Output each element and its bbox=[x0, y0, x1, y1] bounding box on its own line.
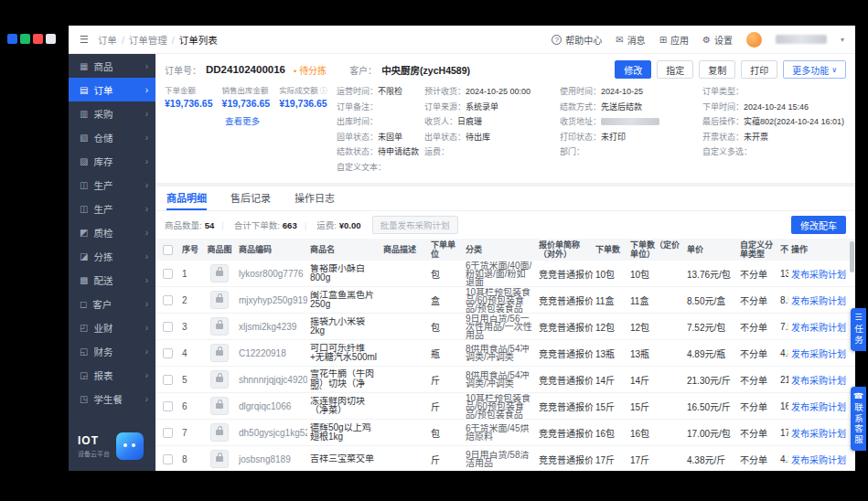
hamburger-icon[interactable]: ☰ bbox=[80, 34, 89, 46]
publish-purchase-plan-link[interactable]: 发布采购计划 bbox=[788, 373, 851, 387]
breadcrumb-separator: / bbox=[172, 35, 175, 46]
chevron-right-icon: › bbox=[145, 85, 148, 95]
order-unit: 包 bbox=[428, 267, 463, 281]
split-type: 不分单 bbox=[737, 400, 777, 413]
product-name: 吉祥三宝菜交单 bbox=[307, 454, 380, 464]
table-row: 7 dh50gysjcg1kg5249 德辉50g以上鸡翅根1kg 包 6干货米… bbox=[155, 420, 855, 446]
table-row: 5 shnnnrjqjqjc4920 雪花牛腩（牛肉期）切块（净菜） 斤 8供用… bbox=[155, 367, 855, 393]
detail-tabs: 商品明细售后记录操作日志 bbox=[155, 187, 855, 211]
more-functions-button[interactable]: 更多功能∨ bbox=[783, 60, 846, 79]
order-field: 最后操作：实蕴802(2024-10-24 16:01) bbox=[702, 114, 846, 130]
sidebar-item[interactable]: ◫ 生产 › bbox=[69, 197, 155, 220]
quote-sheet-name: 竞竞普通报价 bbox=[536, 293, 593, 307]
amount-item: 销售出库金额ⓘ ¥19,736.65 bbox=[222, 84, 271, 109]
sidebar-item[interactable]: ▥ 采购 › bbox=[69, 101, 155, 125]
order-number: DD24102400016 bbox=[206, 64, 285, 75]
product-image-placeholder[interactable] bbox=[210, 264, 229, 282]
product-image-placeholder[interactable] bbox=[210, 397, 229, 415]
publish-purchase-plan-link[interactable]: 发布采购计划 bbox=[788, 293, 851, 307]
split-type: 不分单 bbox=[737, 373, 777, 387]
apps-button[interactable]: ⊞应用 bbox=[659, 33, 689, 47]
product-image-placeholder[interactable] bbox=[210, 291, 229, 309]
sidebar-item[interactable]: ◲ 报表 › bbox=[69, 363, 155, 387]
sidebar-item[interactable]: ◱ 财务 › bbox=[69, 339, 155, 363]
row-checkbox[interactable] bbox=[163, 401, 173, 411]
order-qty: 10包 bbox=[593, 267, 627, 281]
info-icon: ⓘ bbox=[320, 87, 327, 95]
scrollbar-thumb[interactable] bbox=[850, 241, 854, 272]
copy-button[interactable]: 复制 bbox=[699, 60, 735, 79]
product-name: 可口可乐纤维+无糖汽水500ml bbox=[307, 344, 380, 363]
batch-publish-button[interactable]: 批量发布采购计划 bbox=[372, 216, 458, 234]
sidebar-item[interactable]: ▦ 商品 › bbox=[69, 54, 155, 78]
sidebar-item-label: 客户 bbox=[92, 297, 112, 311]
chevron-down-icon[interactable]: ▾ bbox=[841, 36, 844, 44]
publish-purchase-plan-link[interactable]: 发布采购计划 bbox=[788, 267, 851, 281]
publish-purchase-plan-link[interactable]: 发布采购计划 bbox=[788, 400, 851, 413]
order-field: 运费： bbox=[424, 144, 560, 160]
messages-button[interactable]: ✉消息 bbox=[616, 33, 645, 47]
row-index: 2 bbox=[179, 295, 203, 305]
amount-value: ¥19,736.65 bbox=[222, 98, 271, 109]
product-image-placeholder[interactable] bbox=[210, 370, 229, 389]
quote-sheet-name: 竞竞普通报价 bbox=[536, 320, 593, 334]
sidebar-item[interactable]: ◪ 分拣 › bbox=[69, 244, 155, 268]
assign-button[interactable]: 指定 bbox=[657, 60, 693, 79]
publish-purchase-plan-link[interactable]: 发布采购计划 bbox=[788, 346, 851, 360]
row-checkbox[interactable] bbox=[163, 375, 173, 385]
unit-price: 4.89元/瓶 bbox=[684, 346, 737, 360]
row-checkbox[interactable] bbox=[163, 428, 173, 438]
row-checkbox[interactable] bbox=[163, 269, 173, 279]
sidebar-item-label: 财务 bbox=[93, 345, 113, 358]
module-icon: ▥ bbox=[80, 109, 88, 119]
breadcrumb-item[interactable]: 订单管理 bbox=[129, 35, 167, 46]
truncated-cell: 7.5 bbox=[777, 322, 788, 332]
order-qty-pricing-unit: 10包 bbox=[627, 267, 684, 281]
select-all-checkbox[interactable] bbox=[163, 245, 173, 255]
sidebar-item[interactable]: ◳ 学生餐 › bbox=[69, 387, 155, 410]
tab[interactable]: 售后记录 bbox=[230, 187, 271, 210]
modify-button[interactable]: 修改 bbox=[615, 60, 651, 79]
sidebar-item[interactable]: ◰ 业财 › bbox=[69, 315, 155, 339]
help-center-button[interactable]: ?帮助中心 bbox=[552, 33, 602, 47]
product-image-placeholder[interactable] bbox=[210, 344, 229, 362]
publish-purchase-plan-link[interactable]: 发布采购计划 bbox=[788, 426, 851, 440]
sidebar-item[interactable]: ▧ 仓储 › bbox=[69, 125, 155, 149]
row-checkbox[interactable] bbox=[163, 322, 173, 332]
tab[interactable]: 商品明细 bbox=[166, 187, 207, 210]
sidebar-item[interactable]: ◫ 生产 › bbox=[69, 173, 155, 197]
tab[interactable]: 操作日志 bbox=[295, 187, 335, 210]
sidebar-item[interactable]: ▨ 库存 › bbox=[69, 149, 155, 173]
row-index: 4 bbox=[179, 348, 203, 358]
product-image-placeholder[interactable] bbox=[210, 450, 229, 468]
order-qty-pricing-unit: 16包 bbox=[627, 426, 684, 440]
split-type: 不分单 bbox=[737, 293, 777, 307]
sidebar-item[interactable]: ◩ 质检 › bbox=[69, 220, 155, 244]
settings-button[interactable]: ⚙设置 bbox=[702, 33, 733, 47]
row-checkbox[interactable] bbox=[163, 295, 173, 305]
sidebar-item[interactable]: ▩ 配送 › bbox=[69, 268, 155, 292]
sidebar-item[interactable]: ▤ 订单 › bbox=[69, 78, 155, 101]
chevron-right-icon: › bbox=[145, 299, 148, 309]
amount-item: 下单金额ⓘ ¥19,736.65 bbox=[165, 84, 213, 109]
avatar[interactable] bbox=[746, 32, 762, 48]
order-field: 收货人：日痕珊 bbox=[424, 114, 560, 130]
product-image-placeholder[interactable] bbox=[210, 423, 229, 442]
breadcrumb-item[interactable]: 订单 bbox=[98, 35, 117, 46]
publish-purchase-plan-link[interactable]: 发布采购计划 bbox=[788, 320, 851, 334]
product-image-placeholder[interactable] bbox=[210, 317, 229, 336]
view-more-link[interactable]: 查看更多 bbox=[165, 114, 320, 127]
row-checkbox[interactable] bbox=[163, 348, 173, 358]
sidebar-item[interactable]: ◻ 客户 › bbox=[69, 292, 155, 315]
chevron-right-icon: › bbox=[145, 275, 148, 285]
contact-support-float-tab[interactable]: ☎ 联系客服 bbox=[851, 387, 866, 451]
print-button[interactable]: 打印 bbox=[741, 60, 777, 79]
publish-purchase-plan-link[interactable]: 发布采购计划 bbox=[788, 453, 851, 466]
customer-name: 中央厨房(zycH4589) bbox=[381, 63, 470, 77]
table-header: 序号 商品图 商品编码 商品名 商品描述 下单单位 分类 报价单简称（对外） 下… bbox=[155, 239, 855, 261]
row-checkbox[interactable] bbox=[163, 454, 173, 464]
chevron-right-icon: › bbox=[145, 370, 148, 380]
modify-dispatch-button[interactable]: 修改配车 bbox=[791, 216, 846, 234]
order-field: 自定义多选： bbox=[702, 144, 846, 160]
tasks-float-tab[interactable]: ☰ 任务 bbox=[851, 308, 866, 351]
